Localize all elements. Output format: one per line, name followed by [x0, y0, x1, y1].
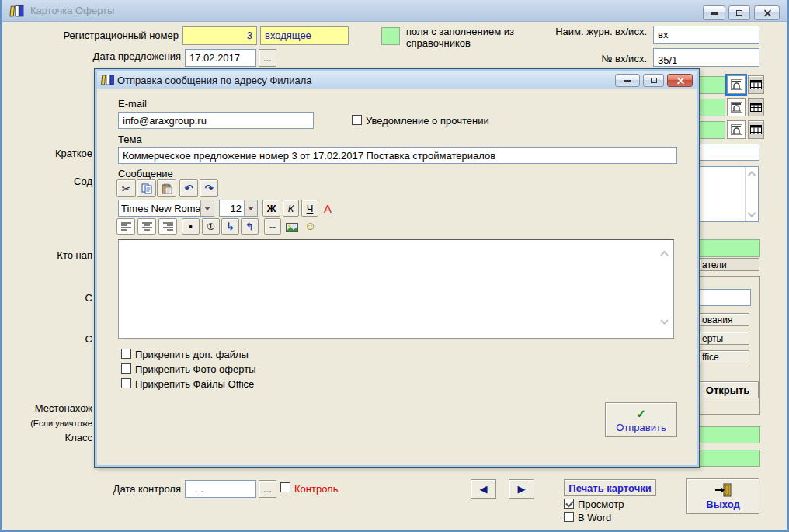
scissors-icon: ✂	[122, 183, 131, 195]
align-right-icon	[162, 221, 174, 231]
grid-button-2[interactable]	[748, 98, 764, 116]
attach-photo-label: Прикрепить Фото оферты	[135, 363, 256, 375]
indent-button[interactable]: ↳	[221, 218, 239, 235]
attach-extra-files-label: Прикрепить доп. файлы	[135, 349, 249, 360]
control-checkbox[interactable]	[280, 482, 290, 492]
control-date-field[interactable]: . .	[185, 480, 256, 498]
dialog-titlebar: Отправка сообщения по адресу Филиала	[97, 71, 697, 89]
dialog-minimize-button[interactable]	[615, 74, 640, 87]
green-field-row1[interactable]	[700, 76, 725, 94]
offer-date-browse-button[interactable]: ...	[259, 49, 276, 67]
next-record-button[interactable]: ▶	[509, 479, 534, 499]
font-size-select[interactable]: 12	[219, 200, 258, 217]
subject-field[interactable]: Коммерческое предложение номер 3 от 17.0…	[118, 147, 677, 164]
maximize-icon	[651, 78, 657, 83]
email-field[interactable]: info@araxgroup.ru	[118, 112, 314, 129]
green-field-row2[interactable]	[700, 99, 725, 116]
groupbox-button-fragment-1[interactable]: ования	[700, 313, 749, 326]
grid-button-1[interactable]	[748, 75, 764, 94]
grid-button-3[interactable]	[748, 120, 764, 139]
if-destroyed-label: (Если уничтоже	[2, 419, 92, 428]
class-label: Класс	[2, 432, 92, 443]
copy-button[interactable]	[137, 179, 156, 197]
reg-number-field[interactable]: 3	[182, 26, 257, 45]
redo-icon: ↷	[205, 183, 214, 194]
directory-button-3[interactable]	[727, 120, 746, 139]
right-text-field[interactable]	[700, 144, 759, 161]
directory-button-1[interactable]	[727, 75, 746, 94]
font-family-value: Times New Roman	[119, 200, 200, 216]
inout-number-label: № вх/исх.	[546, 53, 647, 64]
paste-icon	[162, 183, 172, 194]
grid-icon	[750, 80, 762, 89]
control-date-label: Дата контроля	[2, 483, 181, 495]
green-field-mid[interactable]	[700, 239, 760, 257]
preview-checkbox[interactable]	[564, 499, 574, 509]
scroll-down-icon[interactable]	[747, 212, 756, 217]
exit-button[interactable]: Выход	[686, 478, 759, 514]
scroll-up-icon[interactable]	[747, 171, 756, 176]
scroll-down-icon[interactable]	[659, 319, 669, 325]
short-desc-label: Краткое	[2, 148, 92, 159]
groupbox-text-field[interactable]	[700, 289, 751, 306]
send-button[interactable]: ✓ Отправить	[605, 402, 677, 437]
print-card-button[interactable]: Печать карточки	[564, 479, 656, 496]
left-label-c2: С	[2, 333, 92, 345]
offer-date-label: Дата предложения	[2, 50, 181, 62]
italic-button[interactable]: К	[283, 200, 299, 217]
groupbox-button-fragment-2[interactable]: ерты	[700, 332, 749, 345]
groupbox-button-fragment-3[interactable]: ffice	[700, 350, 749, 363]
green-field-bottom-2[interactable]	[700, 450, 760, 467]
minimize-button[interactable]	[703, 5, 725, 20]
left-label-c1: С	[2, 292, 92, 304]
grid-icon	[750, 103, 762, 112]
font-family-select[interactable]: Times New Roman	[118, 200, 214, 217]
recipients-button-fragment[interactable]: атели	[700, 258, 759, 271]
prev-record-button[interactable]: ◀	[471, 479, 496, 499]
green-field-row3[interactable]	[700, 121, 725, 139]
journal-name-field[interactable]: вх	[653, 26, 759, 44]
inout-number-field[interactable]: 35/1	[653, 48, 759, 67]
journal-name-label: Наим. журн. вх/исх.	[499, 26, 647, 37]
align-left-button[interactable]	[116, 218, 135, 235]
message-textarea[interactable]	[118, 239, 674, 339]
green-field-bottom-1[interactable]	[700, 426, 760, 443]
font-size-value: 12	[220, 200, 244, 216]
word-checkbox[interactable]	[564, 512, 574, 522]
content-label: Сод	[2, 176, 92, 187]
underline-button[interactable]: Ч	[301, 200, 318, 217]
directory-button-2[interactable]	[727, 98, 746, 116]
attach-office-checkbox[interactable]	[121, 378, 131, 388]
dialog-maximize-button[interactable]	[643, 74, 664, 87]
cut-button[interactable]: ✂	[116, 179, 136, 197]
font-color-button[interactable]: А	[324, 202, 332, 215]
smiley-button[interactable]: ☺	[304, 219, 316, 232]
attach-extra-files-checkbox[interactable]	[121, 349, 131, 359]
paste-button[interactable]	[157, 179, 176, 197]
bold-button[interactable]: Ж	[262, 200, 280, 217]
numbered-list-button[interactable]: ①	[202, 218, 220, 235]
insert-image-button[interactable]	[286, 221, 298, 235]
right-mini-textarea[interactable]	[700, 166, 759, 222]
horizontal-rule-button[interactable]: --	[264, 218, 281, 235]
dialog-close-button[interactable]	[667, 74, 693, 87]
scroll-up-icon[interactable]	[659, 250, 669, 256]
redo-button[interactable]: ↷	[200, 179, 218, 197]
open-button[interactable]: Открыть	[697, 381, 759, 398]
send-button-label: Отправить	[616, 422, 666, 433]
maximize-button[interactable]	[728, 5, 750, 20]
align-center-button[interactable]	[137, 218, 156, 235]
attach-photo-checkbox[interactable]	[121, 363, 131, 374]
offer-date-field[interactable]: 17.02.2017	[185, 49, 256, 67]
bullet-list-button[interactable]: ▪	[182, 218, 200, 235]
read-receipt-checkbox[interactable]	[352, 115, 362, 125]
outdent-button[interactable]: ↰	[241, 218, 259, 235]
doc-kind-field[interactable]: входящее	[260, 26, 349, 45]
align-right-button[interactable]	[158, 218, 177, 235]
undo-button[interactable]: ↶	[179, 179, 198, 197]
close-button[interactable]	[754, 5, 780, 20]
reg-number-label: Регистрационный номер	[2, 30, 179, 41]
email-label: E-mail	[118, 98, 147, 110]
outdent-icon: ↰	[245, 221, 254, 232]
control-date-browse-button[interactable]: ...	[259, 480, 276, 498]
